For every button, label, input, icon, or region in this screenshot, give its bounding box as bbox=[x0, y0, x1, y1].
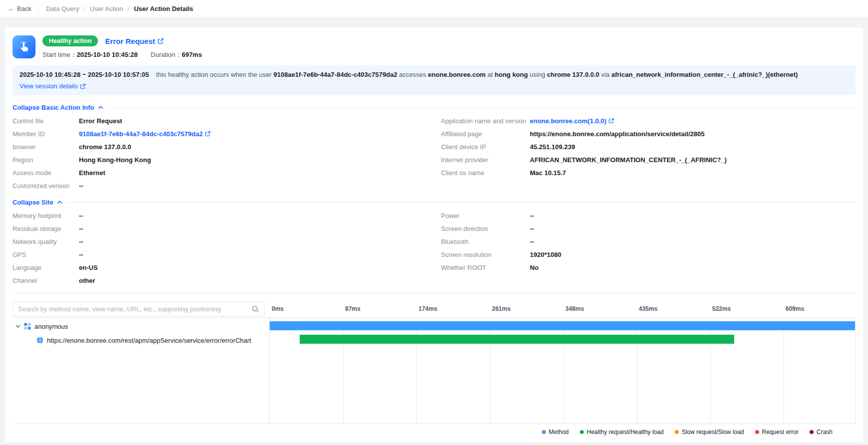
site-right: Power-- Screen direction-- Bluetooth-- S… bbox=[434, 209, 856, 287]
chevron-up-icon bbox=[98, 106, 103, 109]
breadcrumb-separator: / bbox=[83, 5, 85, 12]
status-badge: Healthy action bbox=[42, 35, 98, 46]
info-row: Network quality-- bbox=[12, 235, 434, 248]
summary-text: 2025-10-10 10:45:28 ~ 2025-10-10 10:57:0… bbox=[19, 69, 849, 80]
back-label: Back bbox=[17, 5, 31, 12]
info-row: Residual storage-- bbox=[12, 222, 434, 235]
breadcrumb-item-user-action[interactable]: User Action bbox=[90, 5, 123, 12]
waterfall-chart bbox=[270, 318, 855, 424]
error-dot-icon bbox=[755, 430, 759, 434]
breadcrumb-item-current: User Action Details bbox=[134, 5, 193, 12]
search-box bbox=[12, 301, 265, 316]
healthy-dot-icon bbox=[580, 430, 584, 434]
external-link-icon bbox=[608, 118, 614, 124]
tick-label: 87ms bbox=[345, 305, 361, 312]
tree-row-label: https://enone.bonree.com/rest/apm/appSer… bbox=[47, 337, 251, 344]
gridline bbox=[417, 318, 417, 424]
breadcrumb-separator: / bbox=[128, 5, 130, 12]
gridline bbox=[343, 318, 344, 424]
tick-label: 174ms bbox=[419, 305, 437, 312]
site-left: Memory footprint-- Residual storage-- Ne… bbox=[12, 209, 434, 287]
info-row: Power-- bbox=[434, 209, 856, 222]
header-main: Healthy action Error Request Start time：… bbox=[42, 35, 202, 59]
session-summary-banner: 2025-10-10 10:45:28 ~ 2025-10-10 10:57:0… bbox=[12, 65, 856, 95]
info-row: Client os nameMac 10.15.7 bbox=[434, 166, 856, 179]
tick-label: 348ms bbox=[565, 305, 584, 312]
back-arrow-icon: ← bbox=[8, 5, 14, 12]
info-row: Control fileError Request bbox=[12, 114, 434, 127]
breadcrumb-bar: ← Back Data Query / User Action / User A… bbox=[0, 0, 868, 17]
action-details-card: Healthy action Error Request Start time：… bbox=[5, 27, 863, 442]
breadcrumb-item-data-query[interactable]: Data Query bbox=[46, 5, 79, 12]
collapse-basic-info-toggle[interactable]: Collapse Basic Action Info bbox=[12, 102, 856, 112]
application-link[interactable]: enone.bonree.com(1.0.0) bbox=[530, 117, 614, 125]
collapse-site-toggle[interactable]: Collapse Site bbox=[12, 197, 856, 207]
gridline bbox=[710, 318, 711, 424]
legend-item-method: Method bbox=[542, 429, 569, 436]
section-divider bbox=[12, 293, 856, 293]
search-input[interactable] bbox=[18, 305, 252, 313]
info-row: Client device IP45.251.109.239 bbox=[434, 140, 856, 153]
basic-info-left: Control fileError Request Member ID9108a… bbox=[12, 114, 434, 192]
info-row: Languageen-US bbox=[12, 261, 434, 274]
section-dotted-line bbox=[108, 107, 856, 108]
method-icon bbox=[24, 323, 31, 330]
waterfall-body: anonymous https://enone.bonree.com/rest/… bbox=[12, 317, 856, 424]
waterfall-legend: Method Healthy request/Healthy load Slow… bbox=[12, 429, 856, 436]
section-dotted-line bbox=[67, 202, 856, 203]
info-row: Internet providerAFRICAN_NETWORK_INFORMA… bbox=[434, 153, 856, 166]
action-title-link[interactable]: Error Request bbox=[105, 37, 164, 45]
external-link-icon bbox=[80, 83, 86, 89]
external-link-icon bbox=[157, 38, 164, 44]
timeline-scale: 0ms 87ms 174ms 261ms 348ms 435ms 522ms 6… bbox=[270, 300, 856, 317]
method-duration-bar[interactable] bbox=[270, 321, 855, 330]
waterfall-section: 0ms 87ms 174ms 261ms 348ms 435ms 522ms 6… bbox=[12, 300, 856, 436]
waterfall-header: 0ms 87ms 174ms 261ms 348ms 435ms 522ms 6… bbox=[12, 300, 856, 317]
tree-row-request[interactable]: https://enone.bonree.com/rest/apm/appSer… bbox=[12, 333, 269, 347]
tick-label: 522ms bbox=[712, 305, 731, 312]
view-session-details-link[interactable]: View session details bbox=[19, 81, 86, 91]
legend-item-error: Request error bbox=[755, 429, 799, 436]
chevron-down-icon[interactable] bbox=[15, 325, 20, 328]
member-id-link[interactable]: 9108ae1f-7e6b-44a7-84dc-c403c7579da2 bbox=[79, 130, 211, 138]
gridline bbox=[490, 318, 490, 424]
info-row: Member ID9108ae1f-7e6b-44a7-84dc-c403c75… bbox=[12, 127, 434, 140]
tick-label: 261ms bbox=[492, 305, 510, 312]
info-row: Application name and versionenone.bonree… bbox=[434, 114, 856, 127]
tree-row-anonymous[interactable]: anonymous bbox=[12, 319, 269, 333]
basic-info-grid: Control fileError Request Member ID9108a… bbox=[12, 114, 856, 192]
tap-hand-icon bbox=[12, 35, 35, 58]
info-row: Bluetooth-- bbox=[434, 235, 856, 248]
slow-dot-icon bbox=[675, 430, 679, 434]
back-button[interactable]: ← Back bbox=[8, 5, 31, 12]
info-row: Channelother bbox=[12, 274, 434, 287]
method-dot-icon bbox=[542, 430, 546, 434]
breadcrumb-divider bbox=[38, 5, 39, 12]
tick-label: 609ms bbox=[786, 305, 804, 312]
globe-icon bbox=[36, 337, 43, 344]
waterfall-search-area bbox=[12, 301, 270, 316]
chevron-up-icon bbox=[57, 201, 62, 204]
search-icon[interactable] bbox=[252, 305, 259, 313]
info-row: GPS-- bbox=[12, 248, 434, 261]
duration: Duration：697ms bbox=[151, 50, 202, 59]
info-row: browserchrome 137.0.0.0 bbox=[12, 140, 434, 153]
gridline bbox=[784, 318, 784, 424]
legend-item-healthy: Healthy request/Healthy load bbox=[580, 429, 664, 436]
external-link-icon bbox=[205, 131, 211, 137]
gridline bbox=[637, 318, 637, 424]
healthy-request-bar[interactable] bbox=[300, 335, 734, 344]
info-row: Screen resolution1920*1080 bbox=[434, 248, 856, 261]
page-title: Error Request bbox=[105, 37, 155, 45]
info-row: RegionHong Kong-Hong Kong bbox=[12, 153, 434, 166]
legend-item-slow: Slow request/Slow load bbox=[675, 429, 744, 436]
site-grid: Memory footprint-- Residual storage-- Ne… bbox=[12, 209, 856, 287]
legend-item-crash: Crash bbox=[810, 429, 833, 436]
gridline bbox=[563, 318, 564, 424]
info-row: Affiliated pagehttps://enone.bonree.com/… bbox=[434, 127, 856, 140]
basic-info-right: Application name and versionenone.bonree… bbox=[434, 114, 856, 192]
crash-dot-icon bbox=[810, 430, 814, 434]
tick-label: 0ms bbox=[272, 305, 284, 312]
info-row: Memory footprint-- bbox=[12, 209, 434, 222]
info-row: Whether ROOTNo bbox=[434, 261, 856, 274]
